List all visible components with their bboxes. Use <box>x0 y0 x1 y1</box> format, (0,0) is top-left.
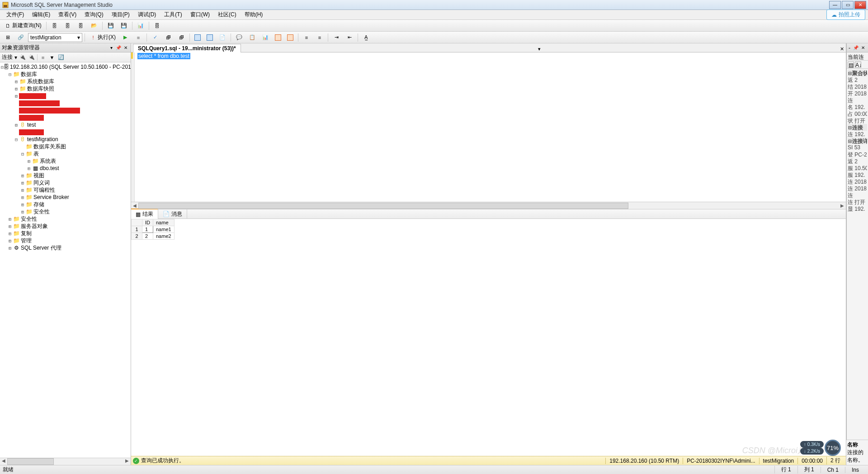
tree-management[interactable]: 管理 <box>21 237 32 245</box>
tree-security[interactable]: 安全性 <box>21 215 37 223</box>
oe-close-icon[interactable]: ✕ <box>123 45 129 51</box>
col-id[interactable]: ID <box>142 219 153 226</box>
debug-button[interactable]: ▶ <box>119 33 131 43</box>
results-file-button[interactable]: 📄 <box>217 33 228 43</box>
results-text-button[interactable] <box>192 33 203 42</box>
tree-dbsnap[interactable]: 数据库快照 <box>27 85 54 93</box>
menu-item[interactable]: 查询(Q) <box>81 10 107 19</box>
tb-btn-open3[interactable]: 🗄 <box>75 21 87 31</box>
props-sort-buttons[interactable]: ▤A↓ <box>847 61 868 69</box>
include-plan-button[interactable]: 📊 <box>259 33 271 43</box>
editor-hscroll[interactable]: ◀▶ <box>131 202 846 209</box>
tree-replication[interactable]: 复制 <box>21 230 32 237</box>
tree-sec-inner[interactable]: 安全性 <box>33 208 50 216</box>
menu-item[interactable]: 文件(F) <box>3 10 28 19</box>
tree-sb[interactable]: Service Broker <box>33 194 69 200</box>
results-grid-button[interactable] <box>204 33 215 42</box>
oe-pin-icon[interactable]: 📌 <box>115 45 122 51</box>
activity-icon: 📊 <box>137 22 144 29</box>
tree-prog[interactable]: 可编程性 <box>33 186 55 194</box>
tree-views[interactable]: 视图 <box>33 172 44 180</box>
tb-btn-registered[interactable]: 🗄 <box>151 21 163 31</box>
tb-btn-saveall[interactable]: 💾 <box>118 21 130 31</box>
col-name[interactable]: name <box>153 219 175 226</box>
tree-tables[interactable]: 表 <box>33 150 39 158</box>
oe-hscroll[interactable]: ◀▶ <box>0 458 131 465</box>
tab-results[interactable]: ▦结果 <box>131 209 158 219</box>
client-stats-button[interactable] <box>285 33 296 42</box>
tb2-btn1[interactable]: ⊞ <box>2 33 14 43</box>
tab-sqlquery1[interactable]: SQLQuery1.sql - 19...ministrator (53))* <box>133 44 241 52</box>
table-row[interactable]: 22name2 <box>132 233 175 240</box>
comment-button[interactable]: 💬 <box>233 33 245 43</box>
outdent-button[interactable]: ⇤ <box>344 33 355 43</box>
sql-editor[interactable]: select * from dbo.test <box>131 52 846 202</box>
refresh-icon[interactable]: 🔄 <box>57 54 65 61</box>
tree-server[interactable]: 192.168.20.160 (SQL Server 10.50.1600 - … <box>10 64 131 70</box>
include-stats-button[interactable] <box>273 33 283 42</box>
tree-testmigration-db[interactable]: testMigration <box>27 136 58 142</box>
plan-button[interactable]: 🗊 <box>162 33 174 43</box>
disconnect-icon[interactable]: 🔌 <box>28 54 35 61</box>
tb-btn-activity[interactable]: 📊 <box>135 21 146 31</box>
tb-btn-open[interactable]: 🗄 <box>49 21 61 31</box>
stop-button[interactable]: ■ <box>132 33 144 43</box>
tb-btn-openfile[interactable]: 📂 <box>88 21 100 31</box>
oe-tree[interactable]: ⊟🗄192.168.20.160 (SQL Server 10.50.1600 … <box>0 62 131 458</box>
menu-item[interactable]: 查看(V) <box>55 10 80 19</box>
tree-systables[interactable]: 系统表 <box>40 157 56 165</box>
filter-icon[interactable]: ▼ <box>48 54 56 61</box>
tab-messages[interactable]: 📄消息 <box>158 209 187 219</box>
tree-serverobj[interactable]: 服务器对象 <box>21 223 48 230</box>
props-cat1[interactable]: 聚合状 <box>852 70 867 76</box>
tree-databases[interactable]: 数据库 <box>21 71 37 78</box>
specify-button[interactable]: A̲ <box>360 33 372 43</box>
tree-diagrams[interactable]: 数据库关系图 <box>33 143 66 151</box>
stop-icon[interactable]: ■ <box>39 54 47 61</box>
parse-button[interactable]: ✓ <box>149 33 161 43</box>
props-pin-icon[interactable]: 📌 <box>853 45 859 51</box>
col-rownum[interactable] <box>132 219 142 226</box>
execute-button[interactable]: ! 执行(X) <box>87 32 118 43</box>
tree-agent[interactable]: SQL Server 代理 <box>21 244 61 252</box>
maximize-button[interactable]: ▭ <box>842 1 854 9</box>
options-button[interactable]: 🗊 <box>175 33 187 43</box>
uncomment-button[interactable]: ≡ <box>314 33 326 43</box>
tree-sysdb[interactable]: 系统数据库 <box>27 78 54 85</box>
props-cat3[interactable]: 连接详 <box>852 138 867 144</box>
menu-item[interactable]: 调试(D) <box>134 10 160 19</box>
tb-btn-open2[interactable]: 🗄 <box>62 21 74 31</box>
table-row[interactable]: 11name1 <box>132 226 175 233</box>
tree-test-db[interactable]: test <box>27 122 36 128</box>
props-cat2[interactable]: 连接 <box>852 124 863 131</box>
menu-item[interactable]: 帮助(H) <box>241 10 267 19</box>
menu-item[interactable]: 项目(P) <box>108 10 133 19</box>
menu-item[interactable]: 工具(T) <box>160 10 185 19</box>
database-combo[interactable]: testMigration ▾ <box>28 33 82 42</box>
tab-dropdown[interactable]: ▾ <box>536 46 542 52</box>
close-button[interactable]: ✕ <box>854 1 866 9</box>
connect-icon[interactable]: 🔌 <box>19 54 26 61</box>
file-icon: 📄 <box>219 34 226 41</box>
folder-icon: 📁 <box>25 172 33 179</box>
tree-storage[interactable]: 存储 <box>33 201 44 209</box>
tb2-btn2[interactable]: 🔗 <box>15 33 27 43</box>
upload-button[interactable]: ☁ 拍照上传 <box>826 9 865 20</box>
minimize-button[interactable]: — <box>829 1 841 9</box>
props-close-icon[interactable]: ✕ <box>860 45 866 51</box>
tree-synonyms[interactable]: 同义词 <box>33 179 50 187</box>
oe-dropdown-icon[interactable]: ▾ <box>108 45 114 51</box>
tree-dbo-test[interactable]: dbo.test <box>40 165 59 171</box>
results-grid[interactable]: IDname 11name1 22name2 <box>131 219 846 456</box>
oe-connect-label[interactable]: 连接 <box>2 53 13 61</box>
menu-item[interactable]: 窗口(W) <box>187 10 213 19</box>
comment-sel-button[interactable]: ≡ <box>301 33 312 43</box>
indent-button[interactable]: ⇥ <box>330 33 342 43</box>
tb-btn-save[interactable]: 💾 <box>105 21 117 31</box>
sqlcmd-button[interactable]: 📋 <box>246 33 258 43</box>
db-selected: testMigration <box>30 34 61 41</box>
new-query-button[interactable]: 🗋 新建查询(N) <box>2 20 44 31</box>
menu-item[interactable]: 社区(C) <box>214 10 240 19</box>
tab-close-icon[interactable]: ✕ <box>838 46 846 52</box>
menu-item[interactable]: 编辑(E) <box>28 10 54 19</box>
